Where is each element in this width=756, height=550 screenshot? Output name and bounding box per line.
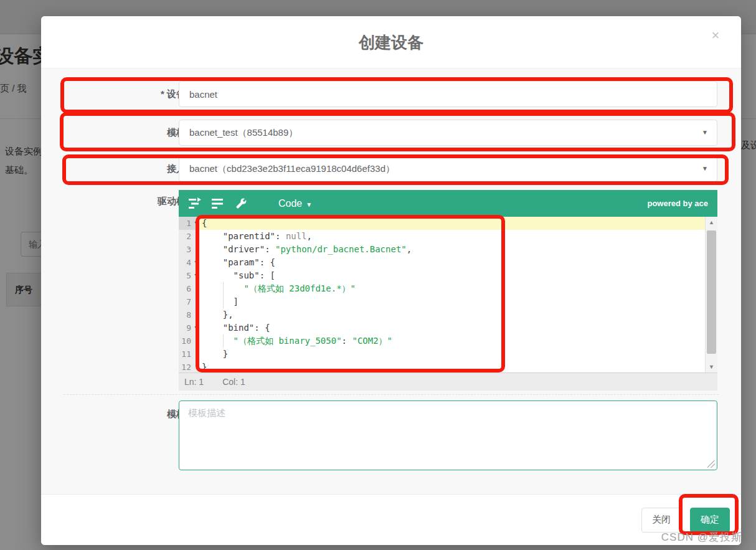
dialog-footer: 关闭 确定 [41,494,741,545]
gutter-line-number: 8 [179,308,199,321]
chevron-down-icon: ▼ [702,156,708,181]
gutter-line-number: 5▼ [179,269,199,282]
gutter-line-number: 4▼ [179,256,199,269]
status-col: Col: 1 [222,377,245,387]
editor-line[interactable]: 8 }, [179,308,717,321]
code-line: }, [199,308,717,321]
editor-statusbar: Ln: 1 Col: 1 [179,372,717,391]
compact-icon[interactable] [211,197,225,210]
gutter-line-number: 1▼ [179,217,199,230]
dialog-title: 创建设备 [41,16,741,69]
editor-line[interactable]: 1▼{ [179,217,717,230]
fold-arrow-icon[interactable]: ▼ [195,217,198,230]
gateway-select[interactable]: bacnet（cbd23e3e2b3f11eca91918c04d6ef33d）… [179,156,717,182]
status-line: Ln: 1 [184,377,204,387]
editor-toolbar: Code▼ powered by ace [179,190,717,217]
fold-arrow-icon[interactable]: ▼ [195,321,198,334]
format-icon[interactable] [188,197,202,210]
code-line: "parentid": null, [199,230,717,243]
gutter-line-number: 11 [179,348,199,361]
code-line: "param": { [199,256,717,269]
code-line: } [199,348,717,361]
dialog-body: * 设备名称 模板驱动 bacnet_test（85514b89） ▼ 接入网关… [41,69,741,494]
row-separator [64,113,719,114]
scroll-up-icon[interactable]: ▲ [706,219,717,225]
editor-line[interactable]: 9▼ "bind": { [179,321,717,334]
chevron-down-icon: ▼ [702,120,708,145]
chevron-down-icon: ▼ [306,201,312,208]
editor-line[interactable]: 4▼ "param": { [179,256,717,269]
editor-lines: 1▼{2 "parentid": null,3 "driver": "pytho… [179,217,717,372]
create-device-dialog: 创建设备 × * 设备名称 模板驱动 bacnet_test（85514b89）… [41,16,741,545]
close-icon[interactable]: × [707,27,724,44]
code-line: "sub": [ [199,269,717,282]
gutter-line-number: 6 [179,282,199,295]
code-line: ] [199,295,717,308]
editor-code-area[interactable]: 1▼{2 "parentid": null,3 "driver": "pytho… [179,217,717,372]
code-line: "driver": "python/dr_bacnet.Bacnet", [199,243,717,256]
editor-mode-selector[interactable]: Code▼ [278,198,312,209]
gutter-line-number: 9▼ [179,321,199,334]
gutter-line-number: 7 [179,295,199,308]
editor-line[interactable]: 12} [179,361,717,372]
powered-by-ace-label: powered by ace [647,199,708,208]
confirm-button[interactable]: 确定 [690,508,730,533]
screen: 设备实 页 / 我 设备实例 基础。 及设 输入 序号 创建设备 × * 设备名… [0,0,756,550]
gutter-line-number: 10 [179,334,199,348]
gutter-line-number: 2 [179,230,199,243]
close-button[interactable]: 关闭 [641,508,681,533]
code-line: { [199,217,717,230]
editor-scrollbar[interactable]: ▲ ▼ [705,217,717,372]
code-line: "（格式如 23d0fd1e.*）" [199,282,717,295]
csdn-watermark: CSDN @爱投斯 [661,530,742,544]
repair-wrench-icon[interactable] [234,197,248,210]
fold-arrow-icon[interactable]: ▼ [195,256,198,269]
editor-line[interactable]: 2 "parentid": null, [179,230,717,243]
editor-line[interactable]: 3 "driver": "python/dr_bacnet.Bacnet", [179,243,717,256]
fold-arrow-icon[interactable]: ▼ [195,269,198,282]
gutter-line-number: 3 [179,243,199,256]
editor-line[interactable]: 7 ] [179,295,717,308]
template-desc-textarea[interactable] [179,401,717,470]
device-name-input[interactable] [179,81,717,107]
json-editor: Code▼ powered by ace 1▼{2 "parentid": nu… [179,190,717,391]
code-line: "bind": { [199,321,717,334]
editor-line[interactable]: 10 "（格式如 binary_5050": "COM2）" [179,334,717,348]
editor-line[interactable]: 5▼ "sub": [ [179,269,717,282]
code-line: "（格式如 binary_5050": "COM2）" [199,334,717,348]
template-driver-select[interactable]: bacnet_test（85514b89） ▼ [179,120,717,146]
template-driver-value: bacnet_test（85514b89） [189,127,298,138]
editor-line[interactable]: 11 } [179,348,717,361]
scroll-down-icon[interactable]: ▼ [706,364,717,370]
gateway-value: bacnet（cbd23e3e2b3f11eca91918c04d6ef33d） [189,163,395,174]
dialog-header: 创建设备 × [41,16,741,69]
scrollbar-thumb[interactable] [707,230,716,354]
gutter-line-number: 12 [179,361,199,372]
code-line: } [199,361,717,372]
row-separator [64,394,719,395]
editor-line[interactable]: 6 "（格式如 23d0fd1e.*）" [179,282,717,295]
